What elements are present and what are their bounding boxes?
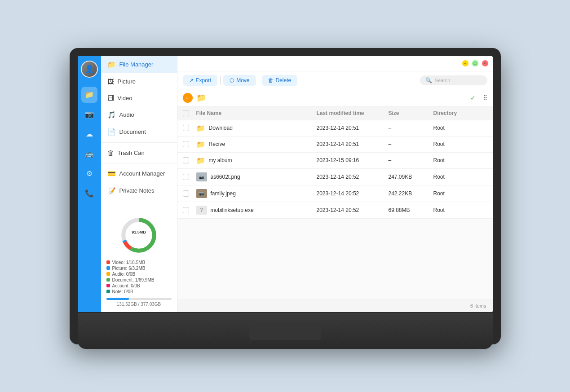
delete-button[interactable]: 🗑 Delete	[262, 75, 298, 86]
close-button[interactable]: ×	[482, 60, 488, 66]
nav-item-picture[interactable]: 🖼 Picture	[101, 73, 177, 90]
folder-icon: 📁	[196, 140, 205, 149]
nav-item-video[interactable]: 🎞 Video	[101, 90, 177, 106]
sidebar-icon-camera[interactable]: 📷	[81, 106, 97, 123]
file-name: Recive	[209, 141, 225, 147]
document-icon: 📄	[107, 128, 116, 136]
sidebar-icon-phone[interactable]: 📞	[81, 185, 97, 202]
nav-item-document[interactable]: 📄 Document	[101, 123, 177, 141]
trash-icon: 🗑	[107, 149, 114, 157]
laptop-base	[78, 313, 493, 349]
file-name-cell: 📁 Download	[196, 124, 317, 132]
row-checkbox[interactable]	[183, 207, 189, 213]
file-size: –	[389, 157, 433, 163]
file-modified: 2023-12-14 20:51	[317, 141, 389, 147]
back-button[interactable]: ←	[183, 93, 193, 103]
legend-item: Document: 1/69.9MB	[106, 277, 172, 282]
toolbar-separator-2	[259, 76, 259, 85]
row-checkbox[interactable]	[183, 125, 189, 131]
avatar[interactable]: 👤	[81, 61, 98, 78]
table-row[interactable]: 📷 as6602t.png 2023-12-14 20:52 247.09KB …	[177, 169, 493, 185]
export-button[interactable]: ↗ Export	[183, 75, 218, 86]
move-icon: ⬡	[230, 77, 234, 84]
nav-item-account-manager[interactable]: 💳 Account Manager	[101, 165, 177, 182]
search-box[interactable]: 🔍 Search	[420, 75, 487, 85]
table-row[interactable]: 📁 Recive 2023-12-14 20:51 – Root	[177, 137, 493, 153]
file-modified: 2023-12-14 20:52	[317, 207, 389, 213]
row-checkbox-cell	[183, 174, 196, 180]
nav-item-private-notes[interactable]: 📝 Private Notes	[101, 182, 177, 199]
file-thumbnail: 📷	[196, 189, 207, 198]
file-table: File Name Last modified time Size Direct…	[177, 106, 493, 300]
storage-bar-fill	[106, 298, 129, 300]
file-modified: 2023-12-14 20:51	[317, 125, 389, 131]
row-checkbox[interactable]	[183, 190, 189, 197]
header-modified: Last modified time	[317, 110, 389, 116]
video-icon: 🎞	[107, 94, 114, 102]
file-modified: 2023-12-14 20:52	[317, 174, 389, 180]
legend-item: Account: 0/0B	[106, 283, 172, 288]
grid-view-button[interactable]: ⠿	[483, 94, 487, 101]
row-checkbox[interactable]	[183, 141, 189, 147]
legend-item: Audio: 0/0B	[106, 272, 172, 277]
trackpad[interactable]	[249, 322, 321, 340]
toolbar-separator-1	[220, 76, 221, 85]
file-name-cell: 📷 as6602t.png	[196, 172, 317, 181]
audio-icon: 🎵	[107, 111, 116, 119]
header-directory: Directory	[433, 110, 487, 116]
file-name-cell: 📁 Recive	[196, 140, 317, 149]
file-name-cell: 📷 family.jpeg	[196, 189, 317, 198]
nav-item-file-manager[interactable]: 📁 File Manager	[101, 56, 177, 73]
file-size: 247.09KB	[389, 174, 433, 180]
file-directory: Root	[433, 125, 487, 131]
sidebar-icon-files[interactable]: 📁	[81, 87, 97, 103]
laptop-frame: 👤 📁 📷 ☁ 🚌 ⚙ 📞 📁 File Manager 🖼 Picture	[70, 48, 501, 344]
legend-item: Note: 0/0B	[106, 289, 172, 294]
table-row[interactable]: 📁 Download 2023-12-14 20:51 – Root	[177, 120, 493, 137]
current-folder-icon: 📁	[196, 93, 206, 103]
maximize-button[interactable]: □	[472, 60, 478, 66]
row-checkbox[interactable]	[183, 174, 189, 180]
account-icon: 💳	[107, 170, 116, 178]
storage-disk-text: 131.52GB / 377.03GB	[106, 302, 172, 307]
delete-icon: 🗑	[268, 77, 274, 84]
nav-divider-2	[101, 163, 177, 163]
file-directory: Root	[433, 174, 487, 180]
header-checkbox-col	[183, 110, 196, 116]
main-content: − □ × ↗ Export ⬡ Move	[177, 56, 493, 312]
row-checkbox[interactable]	[183, 157, 189, 163]
legend-item: Video: 1/18.5MB	[106, 260, 172, 265]
file-directory: Root	[433, 141, 487, 147]
title-bar: − □ ×	[177, 56, 493, 71]
file-modified: 2023-12-14 20:52	[317, 190, 389, 197]
minimize-button[interactable]: −	[462, 60, 468, 66]
file-name: as6602t.png	[211, 174, 240, 180]
file-size: 69.88MB	[389, 207, 433, 213]
nav-sidebar: 📁 File Manager 🖼 Picture 🎞 Video 🎵 Audio…	[101, 56, 177, 312]
items-count: 6 items	[470, 303, 486, 308]
table-row[interactable]: 📷 family.jpeg 2023-12-14 20:52 242.22KB …	[177, 185, 493, 202]
row-checkbox-cell	[183, 141, 196, 147]
nav-item-audio[interactable]: 🎵 Audio	[101, 106, 177, 123]
legend-item: Picture: 6/3.2MB	[106, 266, 172, 271]
move-button[interactable]: ⬡ Move	[223, 75, 256, 86]
table-row[interactable]: 📁 my album 2023-12-15 09:16 – Root	[177, 153, 493, 169]
file-thumbnail: 📷	[196, 172, 207, 181]
sidebar-icon-transfer[interactable]: 🚌	[81, 146, 97, 162]
file-name-cell: 📁 my album	[196, 156, 317, 165]
check-button[interactable]: ✓	[470, 94, 476, 101]
file-directory: Root	[433, 157, 487, 163]
storage-area: 91.5MB Video: 1/18.5MBPicture: 6/3.2MBAu…	[101, 210, 177, 312]
table-row[interactable]: ? mobilinksetup.exe 2023-12-14 20:52 69.…	[177, 202, 493, 219]
search-icon: 🔍	[425, 77, 432, 84]
header-filename: File Name	[196, 110, 317, 116]
file-name: Download	[209, 125, 233, 131]
select-all-checkbox[interactable]	[183, 110, 189, 116]
sidebar-icon-settings[interactable]: ⚙	[81, 166, 97, 182]
sidebar-icon-cloud[interactable]: ☁	[81, 126, 97, 142]
folder-icon: 📁	[196, 156, 205, 165]
file-directory: Root	[433, 190, 487, 197]
table-header: File Name Last modified time Size Direct…	[177, 106, 493, 120]
file-name: mobilinksetup.exe	[211, 207, 254, 213]
nav-item-trash-can[interactable]: 🗑 Trash Can	[101, 145, 177, 161]
